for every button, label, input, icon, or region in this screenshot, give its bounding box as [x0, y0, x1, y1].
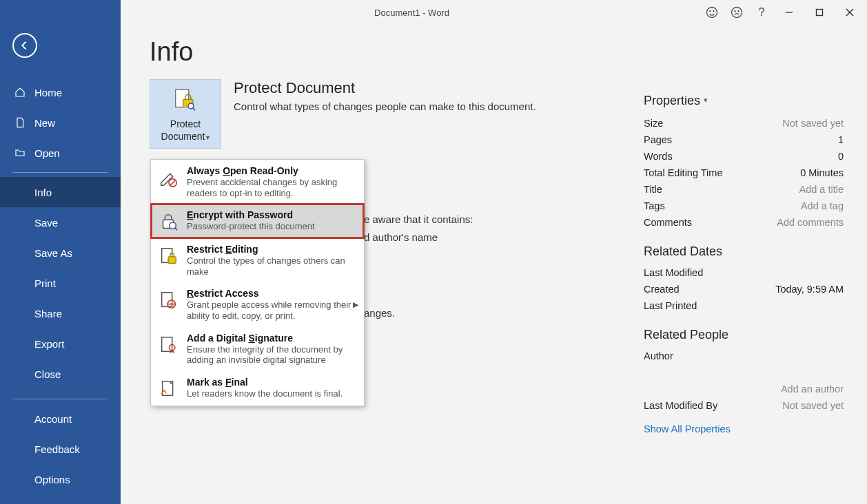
nav-open[interactable]: Open	[0, 138, 121, 168]
protect-button-label: Protect Document ▾	[153, 118, 218, 143]
svg-point-10	[713, 11, 714, 12]
chevron-down-icon: ▾	[704, 96, 708, 105]
nav-label: Share	[14, 308, 62, 319]
inspect-section-visible-text: e aware that it contains: d author's nam…	[364, 211, 473, 246]
menu-add-digital-signature[interactable]: Add a Digital Signature Ensure the integ…	[151, 327, 364, 371]
menu-always-open-read-only[interactable]: Always Open Read-Only Prevent accidental…	[151, 160, 364, 204]
lock-document-icon	[172, 87, 199, 114]
menu-item-title: Encrypt with Password	[187, 209, 315, 220]
menu-item-desc: Grant people access while removing their…	[187, 300, 357, 321]
prop-add-author[interactable]: Add an author	[644, 384, 844, 395]
help-icon[interactable]: ?	[753, 3, 771, 21]
protect-document-menu: Always Open Read-Only Prevent accidental…	[150, 159, 365, 406]
close-button[interactable]	[838, 3, 861, 22]
menu-item-desc: Password-protect this document	[187, 221, 315, 232]
prop-comments[interactable]: CommentsAdd comments	[644, 217, 844, 228]
nav-save[interactable]: Save	[0, 207, 121, 238]
menu-encrypt-with-password[interactable]: Encrypt with Password Password-protect t…	[151, 204, 364, 238]
nav-label: Options	[14, 474, 70, 485]
menu-mark-as-final[interactable]: Mark as Final Let readers know the docum…	[151, 371, 364, 406]
related-dates-header: Related Dates	[644, 244, 844, 259]
nav-label: Feedback	[14, 443, 80, 455]
document-ribbon-icon	[158, 334, 180, 356]
prop-pages: Pages1	[644, 134, 844, 145]
menu-item-title: Restrict Access	[187, 288, 357, 299]
nav-print[interactable]: Print	[0, 268, 121, 298]
document-final-icon	[158, 378, 180, 400]
page-title: Info	[150, 37, 846, 67]
nav-home[interactable]: Home	[0, 77, 121, 107]
svg-rect-28	[168, 257, 176, 263]
lock-key-icon	[158, 211, 180, 233]
nav-separator	[12, 172, 108, 173]
prop-created: CreatedToday, 9:59 AM	[644, 284, 844, 295]
protect-section-desc: Control what types of changes people can…	[234, 100, 536, 114]
prop-last-modified-by: Last Modified ByNot saved yet	[644, 400, 844, 411]
prop-tags[interactable]: TagsAdd a tag	[644, 200, 844, 211]
menu-restrict-editing[interactable]: Restrict Editing Control the types of ch…	[151, 238, 364, 282]
menu-item-title: Always Open Read-Only	[187, 165, 357, 176]
prop-editing-time: Total Editing Time0 Minutes	[644, 167, 844, 178]
svg-point-8	[707, 8, 717, 18]
nav-label: Export	[14, 338, 64, 350]
menu-item-desc: Control the types of changes others can …	[187, 255, 357, 277]
menu-item-title: Add a Digital Signature	[187, 333, 357, 344]
properties-panel: Properties ▾ SizeNot saved yet Pages1 Wo…	[644, 94, 844, 435]
nav-label: Save	[14, 217, 58, 229]
svg-rect-32	[162, 337, 172, 351]
window-title: Document1 - Word	[121, 8, 703, 18]
nav-label: New	[34, 117, 55, 129]
svg-line-26	[174, 228, 177, 231]
svg-point-13	[738, 11, 739, 12]
svg-point-9	[710, 11, 711, 12]
nav-feedback[interactable]: Feedback	[0, 434, 121, 464]
svg-point-11	[732, 8, 742, 18]
folder-open-icon	[14, 147, 26, 159]
prop-words: Words0	[644, 151, 844, 162]
nav-close[interactable]: Close	[0, 359, 121, 389]
related-people-header: Related People	[644, 328, 844, 342]
nav-new[interactable]: New	[0, 107, 121, 138]
nav-account[interactable]: Account	[0, 403, 121, 434]
show-all-properties-link[interactable]: Show All Properties	[644, 423, 731, 434]
maximize-button[interactable]	[808, 3, 831, 22]
svg-rect-15	[817, 10, 823, 16]
svg-line-23	[170, 180, 176, 186]
nav-label: Account	[14, 413, 72, 425]
nav-label: Save As	[14, 247, 72, 259]
nav-export[interactable]: Export	[0, 328, 121, 359]
backstage-sidebar: Home New Open Info Save Save As Print Sh…	[0, 0, 121, 504]
prop-title[interactable]: TitleAdd a title	[644, 184, 844, 195]
protect-section-title: Protect Document	[234, 79, 536, 97]
menu-item-desc: Ensure the integrity of the document by …	[187, 344, 357, 366]
protect-document-button[interactable]: Protect Document ▾	[150, 79, 221, 149]
nav-info[interactable]: Info	[0, 177, 121, 207]
pencil-no-icon	[158, 167, 180, 189]
properties-header[interactable]: Properties ▾	[644, 94, 844, 108]
nav-label: Print	[14, 277, 56, 289]
feedback-smile-icon[interactable]	[703, 3, 721, 21]
submenu-arrow-icon: ▶	[353, 300, 358, 309]
menu-restrict-access[interactable]: Restrict Access Grant people access whil…	[151, 282, 364, 326]
title-bar: Document1 - Word ?	[121, 0, 867, 25]
nav-saveas[interactable]: Save As	[0, 238, 121, 268]
home-icon	[14, 86, 26, 98]
menu-item-title: Restrict Editing	[187, 244, 357, 255]
feedback-frown-icon[interactable]	[728, 3, 746, 21]
svg-line-21	[192, 107, 195, 110]
nav-share[interactable]: Share	[0, 298, 121, 328]
menu-item-title: Mark as Final	[187, 377, 343, 388]
back-button[interactable]	[12, 33, 37, 58]
document-icon	[14, 116, 26, 129]
document-restrict-icon	[158, 289, 180, 311]
nav-separator	[12, 399, 108, 399]
manage-section-visible-text: anges.	[364, 307, 395, 319]
prop-size: SizeNot saved yet	[644, 118, 844, 129]
prop-last-printed: Last Printed	[644, 300, 844, 311]
minimize-button[interactable]	[777, 3, 801, 22]
svg-point-12	[735, 11, 735, 12]
nav-label: Info	[14, 187, 52, 198]
menu-item-desc: Let readers know the document is final.	[187, 388, 343, 399]
menu-item-desc: Prevent accidental changes by asking rea…	[187, 177, 357, 198]
nav-options[interactable]: Options	[0, 464, 121, 494]
